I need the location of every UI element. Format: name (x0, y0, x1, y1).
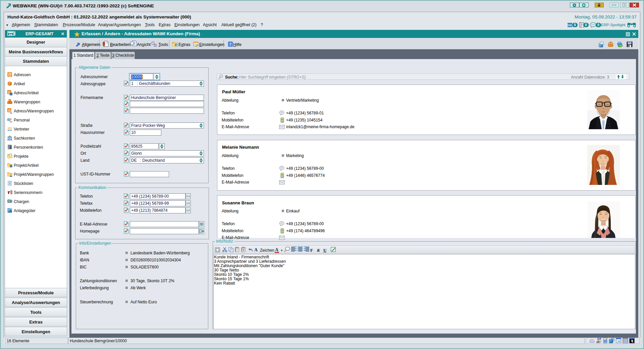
svg-text:T: T (243, 248, 245, 252)
svg-text:@: @ (8, 72, 12, 77)
svg-text:@: @ (8, 109, 11, 112)
svg-text:?: ? (229, 42, 231, 47)
